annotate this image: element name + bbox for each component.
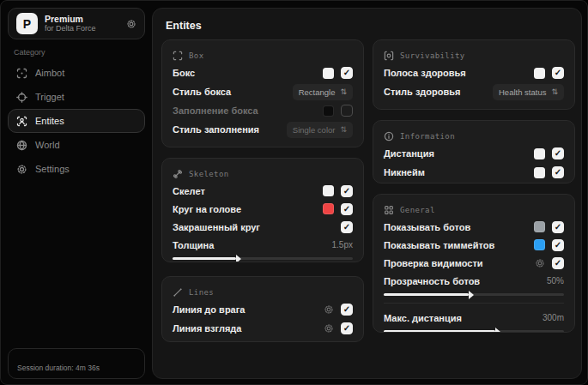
card-title: General xyxy=(400,206,435,214)
box-toggle-label: Бокс xyxy=(173,68,195,78)
thickness-label: Толщина xyxy=(173,240,214,250)
skeleton-card: Skeleton Скелет Круг на голове Закрашенн… xyxy=(161,158,364,262)
box-card: Box Бокс Стиль бокса Rectangle ⇅ Заполне… xyxy=(161,39,364,147)
sidebar: P Premium for Delta Force Category Aimbo… xyxy=(1,1,152,384)
view-line-label: Линия взгляда xyxy=(173,323,241,334)
distance-label: Дистанция xyxy=(384,148,434,159)
show-teammates-checkbox[interactable] xyxy=(552,239,564,251)
show-bots-checkbox[interactable] xyxy=(552,221,564,233)
max-distance-label: Макс. дистанция xyxy=(384,313,462,323)
slider-fill xyxy=(384,330,495,333)
gear-icon[interactable] xyxy=(126,19,136,29)
trigger-icon xyxy=(16,92,27,103)
sidebar-item-label: Entites xyxy=(35,116,64,126)
box-color-swatch[interactable] xyxy=(323,68,334,79)
show-teammates-label: Показывать тиммейтов xyxy=(384,240,494,250)
chevron-up-down-icon: ⇅ xyxy=(340,87,347,96)
entities-icon xyxy=(16,116,27,127)
slider-fill xyxy=(384,293,469,296)
lines-card: Lines Линия до врага Линия взгляда xyxy=(161,276,364,342)
skeleton-color-swatch[interactable] xyxy=(323,185,334,196)
information-icon xyxy=(384,131,394,141)
sidebar-item-label: Trigget xyxy=(35,92,64,102)
teammates-color-swatch[interactable] xyxy=(534,239,545,250)
box-fill-color-swatch[interactable] xyxy=(323,105,334,117)
bots-color-swatch[interactable] xyxy=(534,221,545,232)
visibility-settings-gear-icon[interactable] xyxy=(535,258,545,268)
world-icon xyxy=(16,140,27,151)
nickname-color-swatch[interactable] xyxy=(534,167,545,178)
line-settings-gear-icon[interactable] xyxy=(324,323,334,334)
skeleton-toggle-label: Скелет xyxy=(173,186,205,196)
fill-style-select[interactable]: Single color ⇅ xyxy=(287,122,353,138)
bot-opacity-slider[interactable] xyxy=(384,291,564,298)
show-bots-label: Показывать ботов xyxy=(384,222,470,232)
filled-circle-checkbox[interactable] xyxy=(341,221,353,233)
session-duration: Session duration: 4m 36s xyxy=(17,364,100,372)
aimbot-icon xyxy=(16,68,27,79)
category-label: Category xyxy=(14,48,45,57)
general-icon xyxy=(384,205,394,215)
card-title: Information xyxy=(400,132,455,141)
survivability-icon xyxy=(384,51,394,61)
head-circle-checkbox[interactable] xyxy=(341,203,353,215)
information-card: Information Дистанция Никнейм xyxy=(373,120,575,183)
head-circle-color-swatch[interactable] xyxy=(323,203,334,214)
filled-circle-label: Закрашенный круг xyxy=(173,222,260,232)
visibility-check-checkbox[interactable] xyxy=(552,257,564,269)
distance-color-swatch[interactable] xyxy=(534,148,545,159)
box-icon xyxy=(173,51,183,61)
brand-logo: P xyxy=(16,13,38,34)
distance-checkbox[interactable] xyxy=(552,147,564,159)
box-checkbox[interactable] xyxy=(341,67,353,79)
sidebar-item-trigget[interactable]: Trigget xyxy=(8,85,145,109)
box-style-select[interactable]: Rectangle ⇅ xyxy=(293,84,353,100)
thickness-value: 1.5px xyxy=(332,240,353,250)
lines-icon xyxy=(173,287,183,298)
sidebar-item-label: Settings xyxy=(35,164,70,174)
enemy-line-label: Линия до врага xyxy=(173,304,245,315)
sidebar-nav: Aimbot Trigget Entites World xyxy=(8,61,145,181)
card-title: Box xyxy=(189,51,203,60)
card-title: Survivability xyxy=(400,51,465,60)
head-circle-label: Круг на голове xyxy=(173,204,241,214)
box-fill-checkbox[interactable] xyxy=(341,105,353,117)
page-title: Entites xyxy=(166,20,202,32)
settings-gear-icon xyxy=(16,164,27,175)
survivability-card: Survivability Полоса здоровья Стиль здор… xyxy=(373,39,575,110)
enemy-line-checkbox[interactable] xyxy=(341,304,353,316)
nickname-checkbox[interactable] xyxy=(552,166,564,178)
health-bar-checkbox[interactable] xyxy=(552,67,564,79)
health-style-select[interactable]: Health status ⇅ xyxy=(493,84,564,100)
skeleton-icon xyxy=(173,169,183,179)
chevron-up-down-icon: ⇅ xyxy=(551,87,558,96)
thickness-slider[interactable] xyxy=(173,255,353,262)
card-title: Lines xyxy=(189,288,214,297)
sidebar-item-label: World xyxy=(35,140,60,150)
slider-fill xyxy=(173,257,236,260)
visibility-check-label: Проверка видимости xyxy=(384,258,483,268)
main-panel: Entites Box Бокс Стиль бокса Rectangle xyxy=(152,8,582,379)
box-fill-label: Заполнение бокса xyxy=(173,105,258,116)
sidebar-item-label: Aimbot xyxy=(35,68,64,78)
sidebar-item-world[interactable]: World xyxy=(8,133,145,157)
session-box: Session duration: 4m 36s xyxy=(8,348,145,379)
view-line-checkbox[interactable] xyxy=(341,322,353,334)
fill-style-label: Стиль заполнения xyxy=(173,124,259,135)
line-settings-gear-icon[interactable] xyxy=(324,304,334,315)
skeleton-checkbox[interactable] xyxy=(341,185,353,197)
general-card: General Показывать ботов Показывать тимм… xyxy=(373,194,575,333)
card-title: Skeleton xyxy=(189,170,229,178)
health-bar-label: Полоса здоровья xyxy=(384,68,466,78)
health-bar-color-swatch[interactable] xyxy=(534,68,545,79)
brand-title: Premium xyxy=(45,14,119,24)
bot-opacity-value: 50% xyxy=(547,276,564,286)
brand-subtitle: for Delta Force xyxy=(45,24,119,33)
health-style-label: Стиль здоровья xyxy=(384,87,460,97)
sidebar-item-settings[interactable]: Settings xyxy=(8,157,145,181)
sidebar-item-entites[interactable]: Entites xyxy=(8,109,145,133)
sidebar-item-aimbot[interactable]: Aimbot xyxy=(8,61,145,85)
max-distance-slider[interactable] xyxy=(384,328,564,333)
brand-card: P Premium for Delta Force xyxy=(8,8,145,39)
max-distance-value: 300m xyxy=(543,313,564,322)
